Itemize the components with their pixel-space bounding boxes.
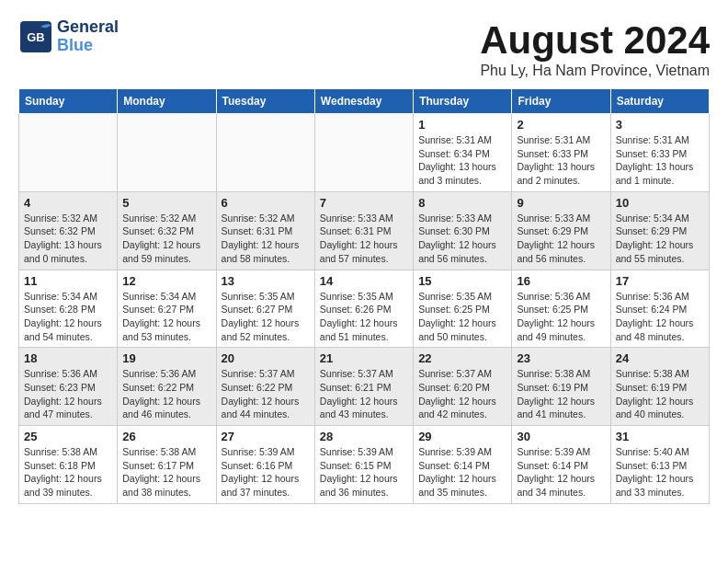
title-block: August 2024 Phu Ly, Ha Nam Province, Vie… (480, 18, 710, 79)
day-header-monday: Monday (118, 89, 216, 114)
day-number: 14 (320, 274, 408, 288)
day-number: 29 (418, 430, 506, 443)
calendar-cell (216, 114, 314, 192)
logo-line1: General (57, 18, 119, 37)
day-header-saturday: Saturday (610, 89, 709, 114)
day-number: 1 (418, 118, 506, 132)
day-number: 31 (616, 430, 704, 443)
calendar-cell: 31Sunrise: 5:40 AM Sunset: 6:13 PM Dayli… (610, 426, 709, 504)
day-info: Sunrise: 5:39 AM Sunset: 6:14 PM Dayligh… (418, 445, 506, 500)
day-number: 19 (122, 351, 210, 365)
day-number: 16 (517, 274, 605, 288)
day-info: Sunrise: 5:32 AM Sunset: 6:32 PM Dayligh… (122, 212, 210, 266)
day-info: Sunrise: 5:33 AM Sunset: 6:31 PM Dayligh… (320, 212, 408, 266)
day-header-tuesday: Tuesday (216, 89, 314, 114)
day-info: Sunrise: 5:37 AM Sunset: 6:21 PM Dayligh… (320, 367, 408, 421)
day-info: Sunrise: 5:31 AM Sunset: 6:33 PM Dayligh… (517, 133, 605, 188)
day-info: Sunrise: 5:36 AM Sunset: 6:25 PM Dayligh… (517, 290, 605, 344)
calendar-cell: 11Sunrise: 5:34 AM Sunset: 6:28 PM Dayli… (19, 270, 118, 348)
day-info: Sunrise: 5:39 AM Sunset: 6:15 PM Dayligh… (320, 445, 408, 500)
day-number: 27 (222, 430, 310, 443)
calendar-cell: 1Sunrise: 5:31 AM Sunset: 6:34 PM Daylig… (414, 114, 512, 192)
calendar-cell: 28Sunrise: 5:39 AM Sunset: 6:15 PM Dayli… (314, 426, 413, 504)
svg-text:GB: GB (27, 30, 45, 44)
day-number: 6 (222, 196, 310, 210)
day-info: Sunrise: 5:34 AM Sunset: 6:27 PM Dayligh… (122, 290, 210, 344)
calendar-cell (314, 114, 413, 192)
calendar-cell: 27Sunrise: 5:39 AM Sunset: 6:16 PM Dayli… (216, 426, 314, 504)
subtitle: Phu Ly, Ha Nam Province, Vietnam (480, 63, 710, 79)
calendar-cell: 20Sunrise: 5:37 AM Sunset: 6:22 PM Dayli… (216, 348, 314, 426)
day-info: Sunrise: 5:34 AM Sunset: 6:29 PM Dayligh… (616, 212, 704, 266)
day-info: Sunrise: 5:36 AM Sunset: 6:22 PM Dayligh… (122, 367, 210, 421)
calendar-cell: 25Sunrise: 5:38 AM Sunset: 6:18 PM Dayli… (19, 426, 118, 504)
day-info: Sunrise: 5:39 AM Sunset: 6:16 PM Dayligh… (222, 445, 310, 500)
day-number: 15 (418, 274, 506, 288)
day-info: Sunrise: 5:38 AM Sunset: 6:19 PM Dayligh… (616, 367, 704, 421)
day-number: 2 (517, 118, 605, 132)
day-header-wednesday: Wednesday (314, 89, 413, 114)
day-info: Sunrise: 5:37 AM Sunset: 6:20 PM Dayligh… (418, 367, 506, 421)
day-number: 11 (24, 274, 112, 288)
day-info: Sunrise: 5:31 AM Sunset: 6:33 PM Dayligh… (616, 133, 704, 188)
day-number: 7 (320, 196, 408, 210)
day-number: 12 (122, 274, 210, 288)
day-info: Sunrise: 5:38 AM Sunset: 6:17 PM Dayligh… (122, 445, 210, 500)
day-number: 5 (122, 196, 210, 210)
day-number: 26 (122, 430, 210, 443)
day-info: Sunrise: 5:38 AM Sunset: 6:18 PM Dayligh… (24, 445, 112, 500)
day-info: Sunrise: 5:32 AM Sunset: 6:32 PM Dayligh… (24, 212, 112, 266)
day-number: 17 (616, 274, 704, 288)
calendar-cell: 29Sunrise: 5:39 AM Sunset: 6:14 PM Dayli… (414, 426, 512, 504)
calendar-cell: 12Sunrise: 5:34 AM Sunset: 6:27 PM Dayli… (118, 270, 216, 348)
calendar-cell: 16Sunrise: 5:36 AM Sunset: 6:25 PM Dayli… (512, 270, 610, 348)
day-info: Sunrise: 5:33 AM Sunset: 6:29 PM Dayligh… (517, 212, 605, 266)
page-header: GB General Blue August 2024 Phu Ly, Ha N… (18, 18, 710, 79)
day-info: Sunrise: 5:39 AM Sunset: 6:14 PM Dayligh… (517, 445, 605, 500)
calendar-cell: 17Sunrise: 5:36 AM Sunset: 6:24 PM Dayli… (610, 270, 709, 348)
calendar-cell: 9Sunrise: 5:33 AM Sunset: 6:29 PM Daylig… (512, 191, 610, 270)
calendar-cell: 10Sunrise: 5:34 AM Sunset: 6:29 PM Dayli… (610, 191, 709, 270)
day-info: Sunrise: 5:37 AM Sunset: 6:22 PM Dayligh… (222, 367, 310, 421)
day-info: Sunrise: 5:36 AM Sunset: 6:23 PM Dayligh… (24, 367, 112, 421)
calendar-cell: 18Sunrise: 5:36 AM Sunset: 6:23 PM Dayli… (19, 348, 118, 426)
calendar-cell: 19Sunrise: 5:36 AM Sunset: 6:22 PM Dayli… (118, 348, 216, 426)
day-header-thursday: Thursday (414, 89, 512, 114)
day-header-sunday: Sunday (19, 89, 118, 114)
day-info: Sunrise: 5:35 AM Sunset: 6:25 PM Dayligh… (418, 290, 506, 344)
day-header-friday: Friday (512, 89, 610, 114)
day-number: 8 (418, 196, 506, 210)
day-info: Sunrise: 5:36 AM Sunset: 6:24 PM Dayligh… (616, 290, 704, 344)
calendar-cell: 24Sunrise: 5:38 AM Sunset: 6:19 PM Dayli… (610, 348, 709, 426)
calendar-cell: 22Sunrise: 5:37 AM Sunset: 6:20 PM Dayli… (414, 348, 512, 426)
day-number: 13 (222, 274, 310, 288)
calendar-cell: 15Sunrise: 5:35 AM Sunset: 6:25 PM Dayli… (414, 270, 512, 348)
calendar-cell: 3Sunrise: 5:31 AM Sunset: 6:33 PM Daylig… (610, 114, 709, 192)
day-info: Sunrise: 5:35 AM Sunset: 6:26 PM Dayligh… (320, 290, 408, 344)
logo-line2: Blue (57, 37, 119, 55)
day-number: 30 (517, 430, 605, 443)
calendar-cell: 14Sunrise: 5:35 AM Sunset: 6:26 PM Dayli… (314, 270, 413, 348)
day-number: 9 (517, 196, 605, 210)
day-number: 28 (320, 430, 408, 443)
calendar-cell: 26Sunrise: 5:38 AM Sunset: 6:17 PM Dayli… (118, 426, 216, 504)
day-info: Sunrise: 5:31 AM Sunset: 6:34 PM Dayligh… (418, 133, 506, 188)
day-number: 25 (24, 430, 112, 443)
day-info: Sunrise: 5:32 AM Sunset: 6:31 PM Dayligh… (222, 212, 310, 266)
calendar-cell (19, 114, 118, 192)
day-number: 4 (24, 196, 112, 210)
calendar-table: SundayMondayTuesdayWednesdayThursdayFrid… (18, 88, 710, 504)
main-title: August 2024 (480, 18, 710, 63)
logo-icon: GB (18, 19, 53, 54)
calendar-cell: 21Sunrise: 5:37 AM Sunset: 6:21 PM Dayli… (314, 348, 413, 426)
calendar-header: SundayMondayTuesdayWednesdayThursdayFrid… (19, 89, 710, 114)
calendar-cell: 30Sunrise: 5:39 AM Sunset: 6:14 PM Dayli… (512, 426, 610, 504)
day-info: Sunrise: 5:40 AM Sunset: 6:13 PM Dayligh… (616, 445, 704, 500)
calendar-cell: 23Sunrise: 5:38 AM Sunset: 6:19 PM Dayli… (512, 348, 610, 426)
day-info: Sunrise: 5:35 AM Sunset: 6:27 PM Dayligh… (222, 290, 310, 344)
calendar-cell: 6Sunrise: 5:32 AM Sunset: 6:31 PM Daylig… (216, 191, 314, 270)
day-number: 21 (320, 351, 408, 365)
day-number: 20 (222, 351, 310, 365)
calendar-cell: 5Sunrise: 5:32 AM Sunset: 6:32 PM Daylig… (118, 191, 216, 270)
day-number: 10 (616, 196, 704, 210)
